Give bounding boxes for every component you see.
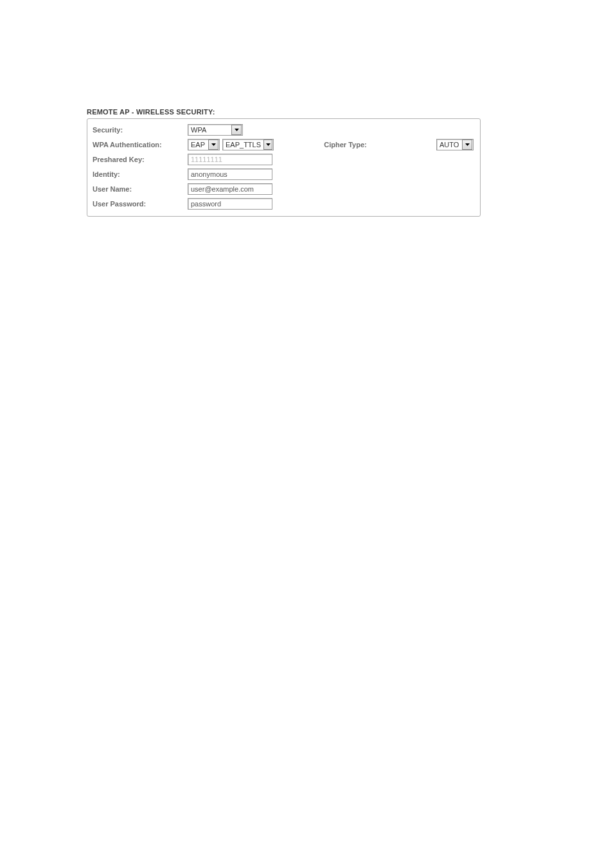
wireless-security-panel: Security: WPA WPA Authentication: <box>87 118 481 217</box>
label-user-password: User Password: <box>93 200 188 208</box>
row-user-name: User Name: <box>93 182 475 196</box>
user-password-input[interactable] <box>188 198 272 210</box>
svg-marker-3 <box>465 143 470 146</box>
chevron-down-icon <box>231 125 242 135</box>
cipher-type-select[interactable]: AUTO <box>436 139 474 150</box>
row-security: Security: WPA <box>93 123 475 137</box>
label-user-name: User Name: <box>93 185 188 193</box>
svg-marker-1 <box>211 143 216 146</box>
label-wpa-auth: WPA Authentication: <box>93 141 188 149</box>
wpa-auth-secondary-select[interactable]: EAP_TTLS <box>222 139 274 150</box>
cipher-type-value: AUTO <box>440 141 461 149</box>
row-wpa-auth: WPA Authentication: EAP EAP_TTLS <box>93 138 475 152</box>
svg-marker-0 <box>235 129 239 131</box>
label-cipher-type: Cipher Type: <box>324 141 386 149</box>
svg-marker-2 <box>266 143 271 146</box>
label-security: Security: <box>93 126 188 134</box>
section-title: REMOTE AP - WIRELESS SECURITY: <box>87 108 481 116</box>
label-preshared-key: Preshared Key: <box>93 156 188 163</box>
wpa-auth-primary-value: EAP <box>191 141 208 149</box>
chevron-down-icon <box>462 140 472 150</box>
chevron-down-icon <box>263 140 272 150</box>
security-select-value: WPA <box>191 126 209 134</box>
page: REMOTE AP - WIRELESS SECURITY: Security:… <box>0 0 613 868</box>
identity-input[interactable] <box>188 168 272 180</box>
wpa-auth-secondary-value: EAP_TTLS <box>226 141 263 149</box>
security-select[interactable]: WPA <box>188 124 243 136</box>
wpa-auth-primary-select[interactable]: EAP <box>188 139 220 150</box>
row-identity: Identity: <box>93 167 475 181</box>
user-name-input[interactable] <box>188 183 272 195</box>
wireless-security-section: REMOTE AP - WIRELESS SECURITY: Security:… <box>87 108 481 217</box>
chevron-down-icon <box>208 140 218 150</box>
label-identity: Identity: <box>93 170 188 178</box>
row-preshared-key: Preshared Key: <box>93 152 475 167</box>
row-user-password: User Password: <box>93 197 475 211</box>
preshared-key-input <box>188 154 272 165</box>
